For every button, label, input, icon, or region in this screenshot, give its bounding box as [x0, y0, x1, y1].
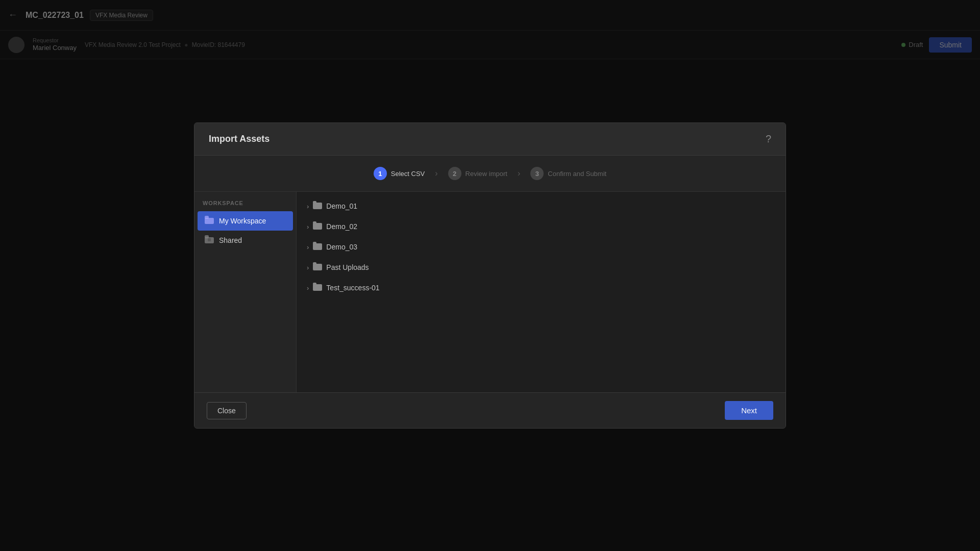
folder-item-demo01[interactable]: › Demo_01: [297, 196, 786, 216]
chevron-icon-demo02: ›: [307, 223, 309, 231]
modal-footer: Close Next: [194, 392, 786, 428]
svg-rect-3: [205, 235, 209, 238]
step-2: 2 Review import: [448, 167, 507, 180]
modal-overlay: Import Assets ? 1 Select CSV › 2 Review …: [0, 0, 980, 551]
shared-label: Shared: [219, 236, 242, 244]
svg-rect-8: [313, 221, 316, 224]
step-sep-1: ›: [435, 169, 437, 178]
step-3: 3 Confirm and Submit: [530, 167, 606, 180]
my-workspace-label: My Workspace: [219, 217, 266, 225]
step-2-label: Review import: [465, 170, 507, 178]
import-assets-modal: Import Assets ? 1 Select CSV › 2 Review …: [194, 122, 786, 429]
folder-name-demo02: Demo_02: [326, 222, 357, 231]
step-1: 1 Select CSV: [374, 167, 425, 180]
step-1-num: 1: [374, 167, 387, 180]
folder-icon-past-uploads: [313, 262, 322, 272]
modal-header: Import Assets ?: [194, 123, 786, 156]
sidebar-section-label: WORKSPACE: [194, 200, 296, 211]
step-2-num: 2: [448, 167, 461, 180]
folder-item-past-uploads[interactable]: › Past Uploads: [297, 257, 786, 278]
step-3-label: Confirm and Submit: [548, 170, 606, 178]
my-workspace-icon: [205, 216, 214, 226]
svg-rect-14: [313, 283, 316, 285]
step-1-label: Select CSV: [391, 170, 425, 178]
folder-icon-demo01: [313, 201, 322, 211]
sidebar-item-shared[interactable]: Shared: [198, 231, 293, 250]
folder-list-panel: › Demo_01 ›: [297, 192, 786, 392]
folder-name-demo01: Demo_01: [326, 202, 357, 210]
folder-icon-test-success: [313, 283, 322, 293]
shared-icon: [205, 235, 214, 245]
modal-body: WORKSPACE My Workspace: [194, 192, 786, 392]
folder-item-demo02[interactable]: › Demo_02: [297, 216, 786, 237]
step-3-num: 3: [530, 167, 544, 180]
steps-bar: 1 Select CSV › 2 Review import › 3 Confi…: [194, 156, 786, 192]
chevron-icon-demo03: ›: [307, 243, 309, 251]
chevron-icon-demo01: ›: [307, 203, 309, 210]
folder-list: › Demo_01 ›: [297, 192, 786, 302]
svg-rect-4: [208, 238, 211, 241]
svg-rect-6: [313, 201, 316, 204]
folder-name-test-success: Test_success-01: [326, 284, 379, 292]
modal-help-icon[interactable]: ?: [766, 133, 771, 145]
folder-name-demo03: Demo_03: [326, 243, 357, 251]
close-button[interactable]: Close: [207, 402, 247, 419]
workspace-sidebar: WORKSPACE My Workspace: [194, 192, 297, 392]
folder-item-test-success[interactable]: › Test_success-01: [297, 278, 786, 298]
modal-title: Import Assets: [209, 134, 270, 144]
svg-rect-1: [205, 216, 209, 219]
svg-rect-12: [313, 262, 316, 265]
svg-rect-10: [313, 242, 316, 244]
step-sep-2: ›: [518, 169, 520, 178]
folder-name-past-uploads: Past Uploads: [326, 263, 369, 271]
chevron-icon-test-success: ›: [307, 284, 309, 292]
folder-item-demo03[interactable]: › Demo_03: [297, 237, 786, 257]
chevron-icon-past-uploads: ›: [307, 264, 309, 271]
next-button[interactable]: Next: [725, 401, 773, 420]
folder-icon-demo03: [313, 242, 322, 252]
sidebar-item-my-workspace[interactable]: My Workspace: [198, 211, 293, 231]
folder-icon-demo02: [313, 221, 322, 232]
